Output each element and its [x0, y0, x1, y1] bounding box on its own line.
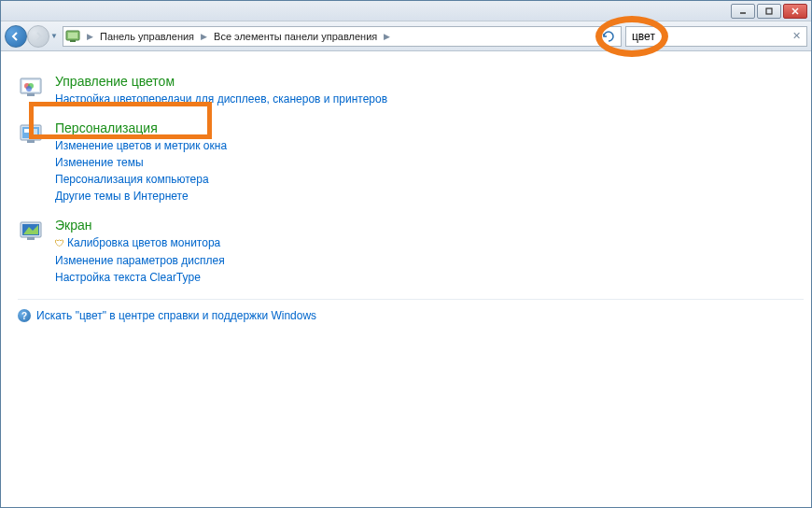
result-link[interactable]: Настройка цветопередачи для дисплеев, ск… [55, 91, 387, 107]
maximize-button[interactable] [757, 4, 781, 19]
display-icon [18, 218, 48, 247]
svg-rect-20 [27, 237, 35, 240]
result-link[interactable]: Другие темы в Интернете [55, 188, 227, 205]
svg-rect-12 [27, 93, 35, 96]
help-row: ? Искать "цвет" в центре справки и подде… [18, 309, 807, 322]
results-pane: Управление цветом Настройка цветопередач… [1, 51, 811, 332]
personalization-icon [18, 120, 48, 150]
chevron-right-icon[interactable]: ▶ [84, 32, 96, 41]
search-box[interactable]: ✕ [625, 26, 807, 47]
navigation-bar: ▼ ▶ Панель управления ▶ Все элементы пан… [1, 21, 811, 51]
minimize-button[interactable] [731, 4, 755, 19]
result-title[interactable]: Экран [55, 218, 225, 233]
forward-button[interactable] [27, 25, 49, 48]
address-bar[interactable]: ▶ Панель управления ▶ Все элементы панел… [63, 26, 622, 47]
back-button[interactable] [5, 25, 27, 48]
control-panel-icon [65, 29, 82, 44]
window-titlebar [1, 1, 811, 21]
refresh-button[interactable] [598, 30, 619, 43]
result-link[interactable]: Настройка текста ClearType [55, 269, 225, 286]
svg-rect-16 [31, 129, 37, 136]
svg-rect-5 [68, 33, 77, 38]
help-icon: ? [18, 309, 31, 322]
clear-search-icon[interactable]: ✕ [789, 30, 801, 42]
help-link[interactable]: Искать "цвет" в центре справки и поддерж… [36, 309, 316, 322]
result-title[interactable]: Управление цветом [55, 74, 387, 89]
chevron-right-icon[interactable]: ▶ [381, 32, 393, 41]
svg-rect-17 [27, 140, 35, 143]
search-input[interactable] [632, 30, 789, 43]
breadcrumb-segment[interactable]: Все элементы панели управления [212, 30, 379, 43]
close-button[interactable] [783, 4, 807, 19]
color-management-icon [18, 74, 48, 104]
nav-history-dropdown[interactable]: ▼ [49, 32, 59, 40]
result-group: Персонализация Изменение цветов и метрик… [18, 120, 807, 205]
chevron-right-icon[interactable]: ▶ [198, 32, 210, 41]
divider [18, 299, 804, 300]
svg-rect-1 [766, 8, 772, 14]
svg-point-11 [26, 86, 32, 92]
svg-rect-6 [70, 40, 76, 42]
breadcrumb-segment[interactable]: Панель управления [98, 30, 196, 43]
result-title[interactable]: Персонализация [55, 120, 227, 135]
result-link[interactable]: Изменение параметров дисплея [55, 252, 225, 269]
result-group: Управление цветом Настройка цветопередач… [18, 74, 807, 107]
svg-rect-15 [24, 129, 30, 133]
result-link[interactable]: Изменение темы [55, 154, 227, 171]
result-group: Экран Калибровка цветов монитора Изменен… [18, 218, 807, 286]
result-link[interactable]: Изменение цветов и метрик окна [55, 137, 227, 154]
result-link[interactable]: Персонализация компьютера [55, 171, 227, 188]
result-link[interactable]: Калибровка цветов монитора [55, 234, 225, 252]
